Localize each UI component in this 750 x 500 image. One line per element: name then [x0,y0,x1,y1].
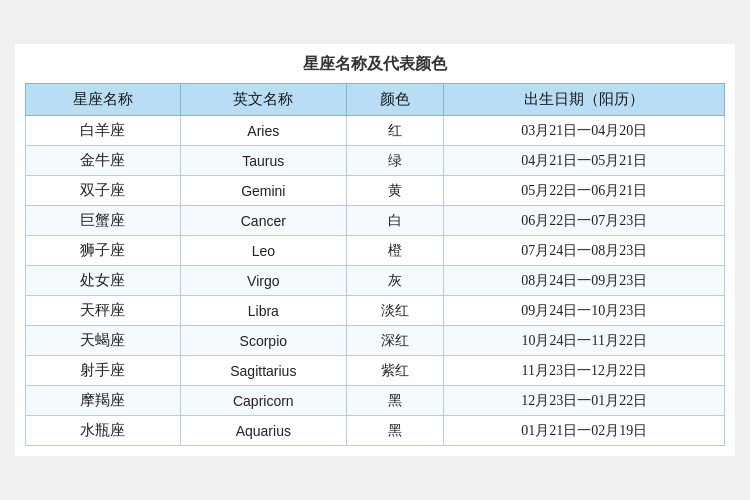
cell-zh-name: 天蝎座 [26,326,181,356]
cell-date: 07月24日一08月23日 [444,236,725,266]
cell-color: 黑 [347,416,444,446]
cell-color: 紫红 [347,356,444,386]
cell-date: 06月22日一07月23日 [444,206,725,236]
table-row: 摩羯座Capricorn黑12月23日一01月22日 [26,386,725,416]
cell-date: 04月21日一05月21日 [444,146,725,176]
cell-color: 黑 [347,386,444,416]
table-row: 白羊座Aries红03月21日一04月20日 [26,116,725,146]
cell-en-name: Libra [180,296,346,326]
cell-en-name: Capricorn [180,386,346,416]
page-title: 星座名称及代表颜色 [25,54,725,75]
zodiac-table: 星座名称 英文名称 颜色 出生日期（阳历） 白羊座Aries红03月21日一04… [25,83,725,446]
cell-date: 11月23日一12月22日 [444,356,725,386]
table-row: 射手座Sagittarius紫红11月23日一12月22日 [26,356,725,386]
cell-en-name: Virgo [180,266,346,296]
cell-color: 深红 [347,326,444,356]
cell-en-name: Aries [180,116,346,146]
cell-zh-name: 白羊座 [26,116,181,146]
cell-date: 03月21日一04月20日 [444,116,725,146]
table-header-row: 星座名称 英文名称 颜色 出生日期（阳历） [26,84,725,116]
table-row: 狮子座Leo橙07月24日一08月23日 [26,236,725,266]
table-row: 巨蟹座Cancer白06月22日一07月23日 [26,206,725,236]
cell-en-name: Scorpio [180,326,346,356]
cell-date: 10月24日一11月22日 [444,326,725,356]
cell-zh-name: 处女座 [26,266,181,296]
cell-date: 08月24日一09月23日 [444,266,725,296]
cell-color: 橙 [347,236,444,266]
table-row: 双子座Gemini黄05月22日一06月21日 [26,176,725,206]
header-zh-name: 星座名称 [26,84,181,116]
cell-color: 淡红 [347,296,444,326]
cell-zh-name: 巨蟹座 [26,206,181,236]
cell-zh-name: 狮子座 [26,236,181,266]
cell-zh-name: 水瓶座 [26,416,181,446]
cell-zh-name: 双子座 [26,176,181,206]
cell-color: 灰 [347,266,444,296]
cell-zh-name: 射手座 [26,356,181,386]
cell-en-name: Taurus [180,146,346,176]
cell-en-name: Sagittarius [180,356,346,386]
cell-en-name: Leo [180,236,346,266]
table-row: 水瓶座Aquarius黑01月21日一02月19日 [26,416,725,446]
cell-color: 绿 [347,146,444,176]
table-row: 天秤座Libra淡红09月24日一10月23日 [26,296,725,326]
cell-en-name: Aquarius [180,416,346,446]
header-color: 颜色 [347,84,444,116]
cell-color: 黄 [347,176,444,206]
cell-date: 01月21日一02月19日 [444,416,725,446]
cell-color: 红 [347,116,444,146]
header-date: 出生日期（阳历） [444,84,725,116]
table-row: 金牛座Taurus绿04月21日一05月21日 [26,146,725,176]
cell-zh-name: 金牛座 [26,146,181,176]
cell-zh-name: 摩羯座 [26,386,181,416]
cell-en-name: Gemini [180,176,346,206]
cell-date: 09月24日一10月23日 [444,296,725,326]
cell-color: 白 [347,206,444,236]
cell-date: 12月23日一01月22日 [444,386,725,416]
table-row: 天蝎座Scorpio深红10月24日一11月22日 [26,326,725,356]
cell-en-name: Cancer [180,206,346,236]
main-container: 星座名称及代表颜色 星座名称 英文名称 颜色 出生日期（阳历） 白羊座Aries… [15,44,735,456]
header-en-name: 英文名称 [180,84,346,116]
table-row: 处女座Virgo灰08月24日一09月23日 [26,266,725,296]
cell-date: 05月22日一06月21日 [444,176,725,206]
cell-zh-name: 天秤座 [26,296,181,326]
